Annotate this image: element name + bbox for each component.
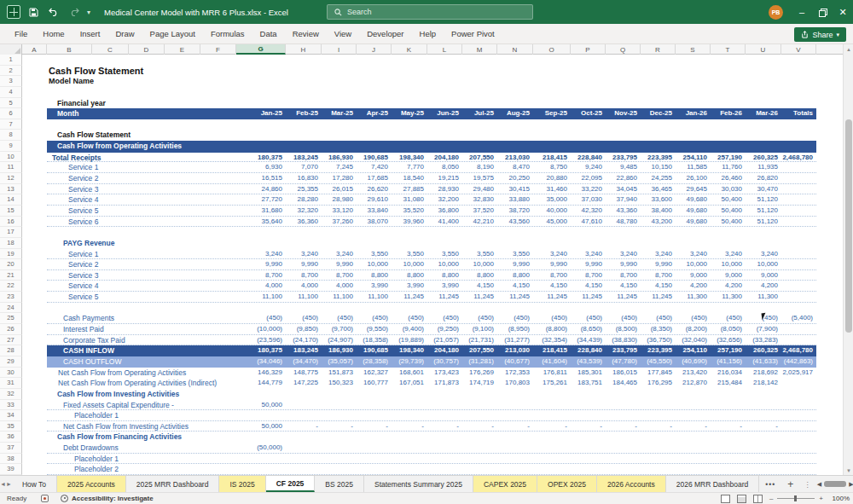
row-label[interactable]: Service 5: [47, 206, 236, 216]
cell[interactable]: [781, 292, 816, 302]
row-header-15[interactable]: 15: [0, 206, 22, 217]
column-header-U[interactable]: U: [746, 44, 781, 55]
cell[interactable]: (450): [462, 313, 497, 323]
cell[interactable]: 198,340: [392, 153, 427, 162]
cell[interactable]: (450): [286, 313, 322, 323]
cell[interactable]: -: [392, 421, 427, 432]
cell[interactable]: 8,800: [462, 270, 497, 281]
cell[interactable]: [357, 443, 392, 453]
cell[interactable]: 198,340: [392, 345, 427, 356]
cell[interactable]: 4,150: [533, 281, 571, 291]
cell[interactable]: 4,200: [676, 281, 711, 291]
cell[interactable]: 223,395: [641, 345, 676, 356]
cell[interactable]: (450): [497, 313, 533, 323]
cell[interactable]: [22, 152, 47, 163]
cell[interactable]: 38,720: [497, 206, 533, 216]
row-label[interactable]: Fixed Assets Capital Expenditure -: [47, 400, 236, 410]
cell[interactable]: -: [427, 421, 462, 432]
cell[interactable]: 207,550: [462, 345, 497, 356]
cell[interactable]: 168,601: [392, 368, 427, 379]
accessibility-status[interactable]: Accessibility: Investigate: [61, 495, 154, 502]
ribbon-tab-developer[interactable]: Developer: [359, 24, 411, 44]
cell[interactable]: 11,245: [533, 292, 571, 302]
cell[interactable]: 148,775: [286, 368, 322, 379]
sheet-tab-cf-2025[interactable]: CF 2025: [266, 476, 316, 492]
ribbon-tab-review[interactable]: Review: [285, 24, 327, 44]
cell[interactable]: 8,700: [322, 270, 357, 281]
cell[interactable]: 9,000: [746, 270, 781, 281]
cell[interactable]: 257,190: [711, 345, 746, 356]
cell[interactable]: 50,400: [711, 194, 746, 205]
cell[interactable]: [286, 443, 322, 453]
cell[interactable]: 228,840: [571, 153, 606, 162]
row-header-32[interactable]: 32: [0, 389, 22, 400]
cell[interactable]: 162,327: [357, 368, 392, 379]
cell[interactable]: [22, 119, 47, 130]
cell[interactable]: 11,100: [286, 292, 322, 302]
row-header-25[interactable]: 25: [0, 313, 22, 324]
cell[interactable]: (38,830): [606, 335, 641, 345]
cell[interactable]: [286, 400, 322, 410]
cell[interactable]: 31,080: [392, 194, 427, 205]
cell[interactable]: 50,400: [711, 206, 746, 216]
cell[interactable]: (450): [427, 313, 462, 323]
cell[interactable]: [22, 281, 47, 292]
row-label[interactable]: Corporate Tax Paid: [47, 335, 236, 345]
row-label[interactable]: CASH OUTFLOW: [47, 356, 236, 368]
cell[interactable]: (18,358): [357, 335, 392, 345]
cell[interactable]: 7,070: [286, 162, 322, 172]
cell[interactable]: 8,700: [571, 270, 606, 281]
cell[interactable]: [462, 400, 497, 410]
cell[interactable]: 4,000: [236, 281, 286, 291]
ribbon-tab-view[interactable]: View: [327, 24, 359, 44]
cell[interactable]: [22, 410, 47, 421]
cell[interactable]: 3,990: [427, 281, 462, 291]
row-label[interactable]: Cash Flow from Operating Activities: [47, 141, 236, 152]
row-label[interactable]: Cash Payments: [47, 313, 236, 323]
cell[interactable]: 31,680: [236, 206, 286, 216]
row-header-39[interactable]: 39: [0, 464, 22, 475]
qat-customize-icon[interactable]: ▾: [87, 9, 90, 16]
cell[interactable]: Apr-25: [357, 108, 392, 119]
cell[interactable]: 31,460: [533, 184, 571, 194]
cell[interactable]: 144,779: [236, 378, 286, 389]
cell[interactable]: 10,000: [357, 259, 392, 269]
row-label[interactable]: Placeholder 1: [47, 410, 236, 420]
cell[interactable]: 204,180: [427, 345, 462, 356]
sheet-tabs-overflow[interactable]: •••: [759, 476, 781, 492]
cell[interactable]: (21,057): [427, 335, 462, 345]
cell[interactable]: (24,907): [322, 335, 357, 345]
cell[interactable]: 8,470: [497, 162, 533, 172]
cell[interactable]: 167,051: [392, 378, 427, 389]
column-header-O[interactable]: O: [533, 44, 571, 55]
save-icon[interactable]: [26, 4, 41, 20]
cell[interactable]: 34,045: [606, 184, 641, 194]
cell[interactable]: 9,240: [571, 162, 606, 172]
minimize-button[interactable]: –: [792, 0, 812, 24]
cell[interactable]: [781, 194, 816, 205]
cell[interactable]: [497, 400, 533, 410]
cell[interactable]: [571, 400, 606, 410]
cell[interactable]: 8,800: [427, 270, 462, 281]
cell[interactable]: 7,245: [322, 162, 357, 172]
cell[interactable]: 17,685: [357, 173, 392, 183]
cell[interactable]: 20,880: [533, 173, 571, 183]
cell[interactable]: 35,640: [236, 217, 286, 227]
cell[interactable]: 2,025,917: [781, 368, 816, 379]
cell[interactable]: 3,550: [392, 249, 427, 259]
row-header-7[interactable]: 7: [0, 119, 22, 130]
column-header-S[interactable]: S: [676, 44, 711, 55]
cell[interactable]: Aug-25: [497, 108, 533, 119]
cell[interactable]: 176,269: [462, 368, 497, 379]
row-label[interactable]: Model Name: [47, 76, 236, 87]
row-label[interactable]: Total Receipts: [47, 153, 236, 162]
cell[interactable]: 11,100: [357, 292, 392, 302]
cell[interactable]: 3,240: [676, 249, 711, 259]
column-header-Q[interactable]: Q: [606, 44, 641, 55]
cell[interactable]: 10,000: [676, 259, 711, 269]
cell[interactable]: 10,000: [392, 259, 427, 269]
cell[interactable]: 16,830: [286, 173, 322, 183]
cell[interactable]: (19,889): [392, 335, 427, 345]
cell[interactable]: 173,423: [427, 368, 462, 379]
row-label[interactable]: Service 1: [47, 249, 236, 259]
